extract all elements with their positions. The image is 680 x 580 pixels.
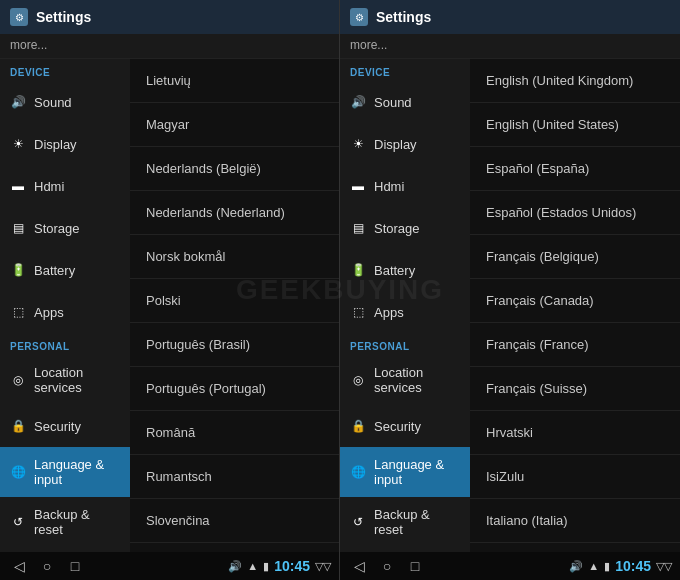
language-item[interactable]: Română xyxy=(130,411,339,455)
left-sidebar: DEVICE🔊Sound☀Display▬Hdmi▤Storage🔋Batter… xyxy=(0,59,130,552)
sidebar-label-backup: Backup & reset xyxy=(374,507,460,537)
language-item[interactable]: Slovenščina xyxy=(130,543,339,552)
battery-icon: 🔋 xyxy=(350,262,366,278)
language-item[interactable]: Nederlands (Nederland) xyxy=(130,191,339,235)
sidebar-item-apps[interactable]: ⬚Apps xyxy=(340,291,470,333)
battery-icon-right: ▮ xyxy=(604,560,610,573)
hdmi-icon: ▬ xyxy=(10,178,26,194)
language-item[interactable]: Español (Estados Unidos) xyxy=(470,191,680,235)
hdmi-icon: ▬ xyxy=(350,178,366,194)
language-item[interactable]: Lietuvių xyxy=(130,59,339,103)
sidebar-label-language: Language & input xyxy=(34,457,120,487)
language-item[interactable]: English (United States) xyxy=(470,103,680,147)
language-item[interactable]: Norsk bokmål xyxy=(130,235,339,279)
location-icon: ◎ xyxy=(350,372,366,388)
sidebar-item-storage[interactable]: ▤Storage xyxy=(340,207,470,249)
sidebar-label-location: Location services xyxy=(34,365,120,395)
apps-icon: ⬚ xyxy=(350,304,366,320)
language-item[interactable]: Français (Suisse) xyxy=(470,367,680,411)
sidebar-item-hdmi[interactable]: ▬Hdmi xyxy=(0,165,130,207)
sidebar-item-location[interactable]: ◎Location services xyxy=(0,355,130,405)
security-icon: 🔒 xyxy=(10,418,26,434)
language-item[interactable]: Italiano (Svizzera) xyxy=(470,543,680,552)
section-label-device: DEVICE xyxy=(0,59,130,81)
right-title-bar: ⚙ Settings xyxy=(340,0,680,34)
right-more-btn[interactable]: more... xyxy=(340,34,680,59)
left-title-bar: ⚙ Settings xyxy=(0,0,339,34)
language-item[interactable]: Magyar xyxy=(130,103,339,147)
home-button-left[interactable]: ○ xyxy=(36,555,58,577)
sidebar-label-battery: Battery xyxy=(34,263,75,278)
sidebar-item-security[interactable]: 🔒Security xyxy=(340,405,470,447)
left-content-area: DEVICE🔊Sound☀Display▬Hdmi▤Storage🔋Batter… xyxy=(0,59,339,552)
sidebar-label-sound: Sound xyxy=(374,95,412,110)
home-button-right[interactable]: ○ xyxy=(376,555,398,577)
language-item[interactable]: Português (Portugal) xyxy=(130,367,339,411)
sidebar-item-security[interactable]: 🔒Security xyxy=(0,405,130,447)
language-item[interactable]: Português (Brasil) xyxy=(130,323,339,367)
sidebar-label-apps: Apps xyxy=(374,305,404,320)
right-panel: ⚙ Settings more... DEVICE🔊Sound☀Display▬… xyxy=(340,0,680,552)
sidebar-label-storage: Storage xyxy=(34,221,80,236)
signal-icon-right: ▽▽ xyxy=(656,560,672,573)
recent-button-left[interactable]: □ xyxy=(64,555,86,577)
language-item[interactable]: Español (España) xyxy=(470,147,680,191)
section-label-device: DEVICE xyxy=(340,59,470,81)
sidebar-item-hdmi[interactable]: ▬Hdmi xyxy=(340,165,470,207)
sidebar-label-backup: Backup & reset xyxy=(34,507,120,537)
sidebar-label-security: Security xyxy=(374,419,421,434)
sidebar-item-language[interactable]: 🌐Language & input xyxy=(340,447,470,497)
right-title: Settings xyxy=(376,9,431,25)
sidebar-item-battery[interactable]: 🔋Battery xyxy=(0,249,130,291)
sidebar-label-display: Display xyxy=(34,137,77,152)
left-status-icons: 🔊 ▲ ▮ 10:45 ▽▽ xyxy=(228,558,331,574)
left-settings-icon: ⚙ xyxy=(10,8,28,26)
right-status-bar: ◁ ○ □ 🔊 ▲ ▮ 10:45 ▽▽ xyxy=(340,552,680,580)
language-icon: 🌐 xyxy=(10,464,26,480)
language-item[interactable]: Nederlands (België) xyxy=(130,147,339,191)
language-item[interactable]: IsiZulu xyxy=(470,455,680,499)
left-nav-buttons: ◁ ○ □ xyxy=(8,555,86,577)
left-title: Settings xyxy=(36,9,91,25)
sidebar-item-language[interactable]: 🌐Language & input xyxy=(0,447,130,497)
apps-icon: ⬚ xyxy=(10,304,26,320)
wifi-icon-right: ▲ xyxy=(588,560,599,572)
left-language-list: LietuviųMagyarNederlands (België)Nederla… xyxy=(130,59,339,552)
time-right: 10:45 xyxy=(615,558,651,574)
sound-icon: 🔊 xyxy=(350,94,366,110)
language-item[interactable]: Hrvatski xyxy=(470,411,680,455)
sidebar-item-backup[interactable]: ↺Backup & reset xyxy=(340,497,470,547)
left-more-btn[interactable]: more... xyxy=(0,34,339,59)
sidebar-label-language: Language & input xyxy=(374,457,460,487)
sidebar-item-sound[interactable]: 🔊Sound xyxy=(0,81,130,123)
sidebar-item-sound[interactable]: 🔊Sound xyxy=(340,81,470,123)
back-button-left[interactable]: ◁ xyxy=(8,555,30,577)
battery-icon-left: ▮ xyxy=(263,560,269,573)
language-item[interactable]: Rumantsch xyxy=(130,455,339,499)
sidebar-label-battery: Battery xyxy=(374,263,415,278)
language-item[interactable]: Polski xyxy=(130,279,339,323)
sidebar-label-sound: Sound xyxy=(34,95,72,110)
sidebar-item-backup[interactable]: ↺Backup & reset xyxy=(0,497,130,547)
language-item[interactable]: Slovenčina xyxy=(130,499,339,543)
storage-icon: ▤ xyxy=(350,220,366,236)
sidebar-item-location[interactable]: ◎Location services xyxy=(340,355,470,405)
language-item[interactable]: Italiano (Italia) xyxy=(470,499,680,543)
sidebar-label-security: Security xyxy=(34,419,81,434)
back-button-right[interactable]: ◁ xyxy=(348,555,370,577)
sidebar-item-display[interactable]: ☀Display xyxy=(340,123,470,165)
wifi-icon-left: ▲ xyxy=(247,560,258,572)
left-panel: ⚙ Settings more... DEVICE🔊Sound☀Display▬… xyxy=(0,0,340,552)
sidebar-item-display[interactable]: ☀Display xyxy=(0,123,130,165)
display-icon: ☀ xyxy=(350,136,366,152)
language-item[interactable]: Français (France) xyxy=(470,323,680,367)
recent-button-right[interactable]: □ xyxy=(404,555,426,577)
section-label-personal: PERSONAL xyxy=(0,333,130,355)
sidebar-item-storage[interactable]: ▤Storage xyxy=(0,207,130,249)
language-item[interactable]: Français (Canada) xyxy=(470,279,680,323)
language-item[interactable]: English (United Kingdom) xyxy=(470,59,680,103)
sidebar-item-battery[interactable]: 🔋Battery xyxy=(340,249,470,291)
language-item[interactable]: Français (Belgique) xyxy=(470,235,680,279)
right-content-area: DEVICE🔊Sound☀Display▬Hdmi▤Storage🔋Batter… xyxy=(340,59,680,552)
sidebar-item-apps[interactable]: ⬚Apps xyxy=(0,291,130,333)
